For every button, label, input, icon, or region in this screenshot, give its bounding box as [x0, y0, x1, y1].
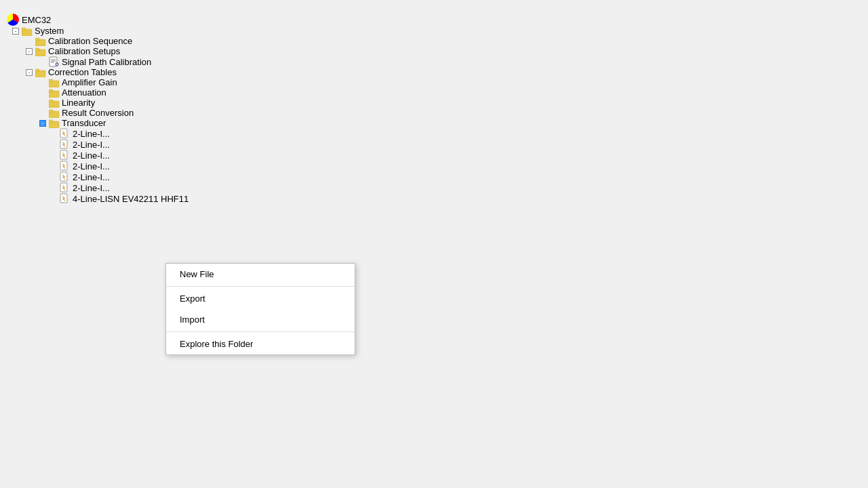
correction-tables-row[interactable]: - Correction Tables — [26, 67, 359, 77]
app-title: EMC32 — [22, 15, 51, 25]
transducer-item-6[interactable]: 4-Line-LISN EV42211 HHF11 — [50, 193, 359, 204]
svg-rect-5 — [35, 48, 39, 51]
calibration-setups-label: Calibration Setups — [48, 46, 120, 56]
transducer-item-1[interactable]: 2-Line-I... — [50, 139, 359, 150]
correction-children: Amplifier Gain Attenuation — [34, 77, 359, 204]
linearity-label: Linearity — [62, 98, 95, 108]
signal-path-row[interactable]: Signal Path Calibration — [39, 56, 359, 67]
result-conversion-label: Result Conversion — [62, 108, 134, 118]
context-menu: New File Export Import Explore this Fold… — [165, 263, 355, 355]
svg-rect-21 — [49, 120, 53, 123]
context-menu-sep1 — [166, 286, 355, 287]
svg-rect-13 — [49, 79, 53, 82]
trans-file-icon-4 — [60, 171, 71, 182]
amplifier-gain-label: Amplifier Gain — [62, 77, 117, 87]
transducer-expander[interactable]: - — [39, 120, 46, 127]
transducer-item-label-5: 2-Line-I... — [73, 183, 110, 193]
cal-setups-expander[interactable]: - — [26, 48, 33, 55]
transducer-item-label-4: 2-Line-I... — [73, 172, 110, 182]
transducer-item-2[interactable]: 2-Line-I... — [50, 150, 359, 161]
transducer-item-5[interactable]: 2-Line-I... — [50, 182, 359, 193]
svg-rect-17 — [49, 100, 53, 102]
tree-area: EMC32 - System — [7, 14, 359, 204]
context-menu-explore[interactable]: Explore this Folder — [166, 333, 355, 354]
folder-linearity-icon — [49, 98, 60, 108]
folder-cal-seq-icon — [35, 37, 46, 46]
transducer-label: Transducer — [62, 118, 106, 128]
trans-file-icon-2 — [60, 150, 71, 161]
emc-logo-icon — [7, 14, 19, 26]
svg-rect-3 — [35, 38, 39, 41]
correction-tables-label: Correction Tables — [48, 67, 117, 77]
transducer-item-4[interactable]: 2-Line-I... — [50, 171, 359, 182]
trans-file-icon-1 — [60, 139, 71, 150]
calibration-sequence-label: Calibration Sequence — [48, 36, 132, 46]
system-label: System — [35, 26, 64, 36]
transducer-item-label-1: 2-Line-I... — [73, 140, 110, 150]
cal-setups-children: Signal Path Calibration — [34, 56, 359, 67]
correction-tables-expander[interactable]: - — [26, 69, 33, 76]
result-conversion-row[interactable]: Result Conversion — [39, 108, 359, 118]
attenuation-row[interactable]: Attenuation — [39, 87, 359, 98]
svg-rect-11 — [35, 69, 39, 72]
transducer-row[interactable]: - Transducer — [37, 118, 359, 128]
folder-transducer-icon — [49, 119, 60, 128]
transducer-item-label-0: 2-Line-I... — [73, 129, 110, 139]
context-menu-new-file[interactable]: New File — [166, 264, 355, 285]
transducer-item-label-2: 2-Line-I... — [73, 150, 110, 161]
linearity-row[interactable]: Linearity — [39, 98, 359, 108]
transducer-item-label-3: 2-Line-I... — [73, 161, 110, 171]
system-branch: - System Calibration — [12, 26, 359, 204]
svg-rect-19 — [49, 110, 53, 113]
trans-file-icon-0 — [60, 128, 71, 139]
attenuation-label: Attenuation — [62, 87, 106, 98]
svg-rect-1 — [22, 28, 26, 30]
signal-path-label: Signal Path Calibration — [62, 57, 151, 67]
tree-root-row[interactable]: EMC32 — [7, 14, 359, 26]
cal-setups-branch: - Calibration Setups — [23, 46, 359, 67]
folder-atten-icon — [49, 88, 60, 98]
svg-rect-15 — [49, 89, 53, 92]
signal-path-icon — [49, 56, 60, 67]
trans-file-icon-5 — [60, 182, 71, 193]
transducer-item-label-6: 4-Line-LISN EV42211 HHF11 — [73, 194, 189, 204]
context-menu-export[interactable]: Export — [166, 288, 355, 309]
trans-file-icon-3 — [60, 161, 71, 171]
transducer-item-3[interactable]: 2-Line-I... — [50, 161, 359, 171]
folder-cal-setups-icon — [35, 47, 46, 56]
transducer-children: 2-Line-I... 2-Line-I... — [45, 128, 359, 204]
context-menu-sep2 — [166, 331, 355, 332]
transducer-branch: - Transducer — [34, 118, 359, 204]
app-window: EMC32 - System — [0, 0, 868, 488]
correction-tables-branch: - Correction Tables — [23, 67, 359, 204]
folder-result-icon — [49, 108, 60, 118]
cal-sequence-row[interactable]: Calibration Sequence — [26, 36, 359, 46]
amplifier-gain-row[interactable]: Amplifier Gain — [39, 77, 359, 87]
folder-icon — [22, 26, 33, 36]
trans-file-icon-6 — [60, 193, 71, 204]
system-expander[interactable]: - — [12, 28, 19, 35]
cal-setups-row[interactable]: - Calibration Setups — [26, 46, 359, 56]
folder-correction-icon — [35, 68, 46, 77]
context-menu-import[interactable]: Import — [166, 309, 355, 330]
folder-amp-icon — [49, 78, 60, 87]
system-children: Calibration Sequence - Calibration Setup… — [23, 36, 359, 204]
transducer-item-0[interactable]: 2-Line-I... — [50, 128, 359, 139]
system-row[interactable]: - System — [12, 26, 359, 36]
